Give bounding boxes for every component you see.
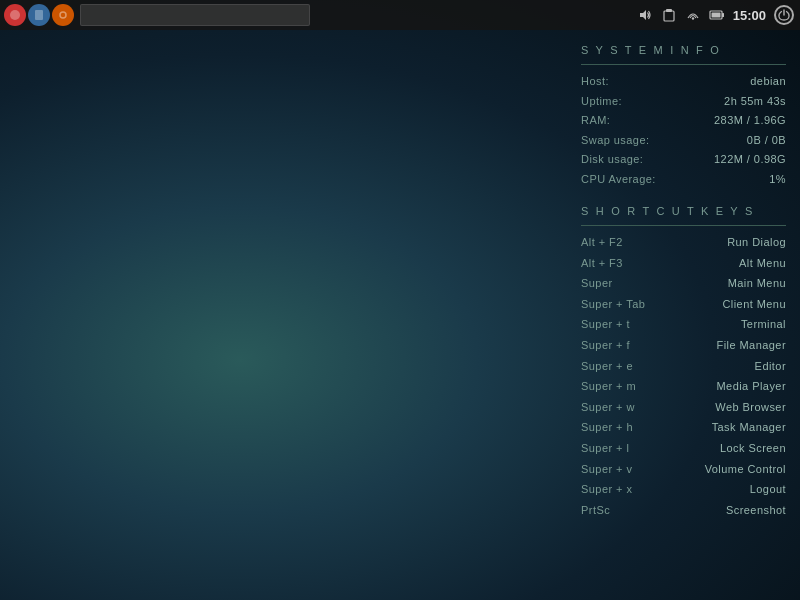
svg-rect-8	[722, 13, 724, 17]
shortcut-action-super-l: Lock Screen	[720, 440, 786, 458]
swap-value: 0B / 0B	[747, 132, 786, 149]
svg-rect-9	[711, 13, 720, 18]
shortcut-title: S H O R T C U T K E Y S	[581, 205, 786, 217]
svg-point-6	[692, 17, 694, 19]
shortcut-action-altf3: Alt Menu	[739, 255, 786, 273]
cpu-label: CPU Average:	[581, 171, 656, 188]
taskbar-left	[0, 4, 310, 26]
svg-rect-5	[666, 9, 672, 12]
info-row-swap: Swap usage: 0B / 0B	[581, 132, 786, 149]
shortcut-key-super-x: Super + x	[581, 481, 632, 499]
battery-icon[interactable]	[709, 7, 725, 23]
host-value: debian	[750, 73, 786, 90]
shortcut-key-super-v: Super + v	[581, 461, 632, 479]
svg-marker-3	[640, 10, 646, 20]
shortcut-key-super-tab: Super + Tab	[581, 296, 645, 314]
shortcut-divider	[581, 225, 786, 226]
shortcut-action-super-f: File Manager	[717, 337, 786, 355]
shortcut-key-super-f: Super + f	[581, 337, 630, 355]
info-row-host: Host: debian	[581, 73, 786, 90]
shortcut-row-super-e: Super + e Editor	[581, 358, 786, 376]
shortcut-row-altf3: Alt + F3 Alt Menu	[581, 255, 786, 273]
volume-icon[interactable]	[637, 7, 653, 23]
info-row-ram: RAM: 283M / 1.96G	[581, 112, 786, 129]
ram-label: RAM:	[581, 112, 610, 129]
files-icon[interactable]	[28, 4, 50, 26]
settings-icon[interactable]	[52, 4, 74, 26]
ram-value: 283M / 1.96G	[714, 112, 786, 129]
clock: 15:00	[733, 8, 766, 23]
shortcut-row-super-l: Super + l Lock Screen	[581, 440, 786, 458]
shortcut-action-super-tab: Client Menu	[722, 296, 786, 314]
uptime-label: Uptime:	[581, 93, 622, 110]
disk-value: 122M / 0.98G	[714, 151, 786, 168]
shortcut-action-super-t: Terminal	[741, 316, 786, 334]
shortcut-action-super-m: Media Player	[717, 378, 786, 396]
shortcut-key-super-m: Super + m	[581, 378, 636, 396]
info-row-disk: Disk usage: 122M / 0.98G	[581, 151, 786, 168]
shortcut-row-super-x: Super + x Logout	[581, 481, 786, 499]
swap-label: Swap usage:	[581, 132, 649, 149]
info-row-uptime: Uptime: 2h 55m 43s	[581, 93, 786, 110]
shortcut-action-super-v: Volume Control	[705, 461, 786, 479]
shortcut-row-super-h: Super + h Task Manager	[581, 419, 786, 437]
svg-rect-4	[664, 11, 674, 21]
shortcut-row-super-t: Super + t Terminal	[581, 316, 786, 334]
shortcut-key-altf2: Alt + F2	[581, 234, 623, 252]
svg-point-0	[10, 10, 20, 20]
shortcut-row-prtsc: PrtSc Screenshot	[581, 502, 786, 520]
power-button[interactable]	[774, 5, 794, 25]
shortcut-row-super-f: Super + f File Manager	[581, 337, 786, 355]
taskbar: 15:00	[0, 0, 800, 30]
app-menu-icon[interactable]	[4, 4, 26, 26]
shortcut-action-prtsc: Screenshot	[726, 502, 786, 520]
taskbar-right: 15:00	[637, 5, 800, 25]
shortcut-row-super-m: Super + m Media Player	[581, 378, 786, 396]
svg-point-2	[60, 12, 66, 18]
shortcut-action-super-e: Editor	[755, 358, 786, 376]
uptime-value: 2h 55m 43s	[724, 93, 786, 110]
shortcut-key-super-l: Super + l	[581, 440, 629, 458]
shortcut-row-super: Super Main Menu	[581, 275, 786, 293]
info-row-cpu: CPU Average: 1%	[581, 171, 786, 188]
shortcut-row-altf2: Alt + F2 Run Dialog	[581, 234, 786, 252]
shortcut-key-super-t: Super + t	[581, 316, 630, 334]
shortcut-key-super-h: Super + h	[581, 419, 633, 437]
shortcut-action-super-w: Web Browser	[715, 399, 786, 417]
shortcut-key-super-e: Super + e	[581, 358, 633, 376]
shortcut-action-super: Main Menu	[728, 275, 786, 293]
disk-label: Disk usage:	[581, 151, 643, 168]
shortcut-action-altf2: Run Dialog	[727, 234, 786, 252]
shortcut-key-prtsc: PrtSc	[581, 502, 610, 520]
svg-rect-1	[35, 10, 43, 20]
clipboard-icon[interactable]	[661, 7, 677, 23]
shortcut-section: S H O R T C U T K E Y S Alt + F2 Run Dia…	[581, 205, 786, 519]
shortcut-key-super: Super	[581, 275, 613, 293]
shortcut-key-altf3: Alt + F3	[581, 255, 623, 273]
network-icon[interactable]	[685, 7, 701, 23]
taskbar-window[interactable]	[80, 4, 310, 26]
shortcut-key-super-w: Super + w	[581, 399, 635, 417]
shortcut-row-super-tab: Super + Tab Client Menu	[581, 296, 786, 314]
info-panel: S Y S T E M I N F O Host: debian Uptime:…	[581, 44, 786, 522]
system-info-title: S Y S T E M I N F O	[581, 44, 786, 56]
shortcut-action-super-x: Logout	[750, 481, 786, 499]
cpu-value: 1%	[769, 171, 786, 188]
shortcut-row-super-w: Super + w Web Browser	[581, 399, 786, 417]
shortcut-row-super-v: Super + v Volume Control	[581, 461, 786, 479]
system-divider	[581, 64, 786, 65]
shortcut-action-super-h: Task Manager	[712, 419, 786, 437]
host-label: Host:	[581, 73, 609, 90]
